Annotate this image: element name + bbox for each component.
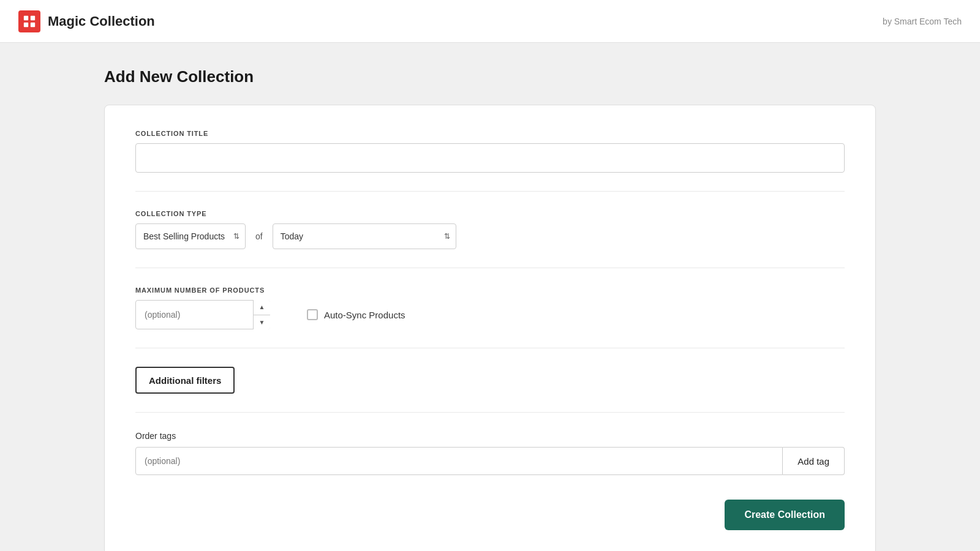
- form-card: COLLECTION TITLE COLLECTION TYPE Best Se…: [104, 105, 876, 551]
- logo-group: Magic Collection: [18, 10, 155, 32]
- time-period-select[interactable]: Today Last 7 Days Last 30 Days Last 90 D…: [273, 223, 456, 249]
- app-title: Magic Collection: [48, 13, 155, 29]
- spinner-down-button[interactable]: ▼: [254, 315, 270, 330]
- autosync-wrapper: Auto-Sync Products: [307, 309, 405, 320]
- max-products-label: MAXIMUM NUMBER OF PRODUCTS: [135, 287, 845, 294]
- of-label: of: [253, 231, 265, 241]
- order-tags-label: Order tags: [135, 431, 845, 441]
- app-header: Magic Collection by Smart Ecom Tech: [0, 0, 980, 43]
- time-period-select-wrapper: Today Last 7 Days Last 30 Days Last 90 D…: [273, 223, 456, 249]
- autosync-checkbox[interactable]: [307, 309, 318, 320]
- header-subtitle: by Smart Ecom Tech: [883, 17, 962, 26]
- max-products-row: ▲ ▼ Auto-Sync Products: [135, 300, 845, 329]
- svg-rect-2: [24, 22, 28, 26]
- collection-type-select-wrapper: Best Selling Products New Arrivals Top R…: [135, 223, 246, 249]
- spinner-up-button[interactable]: ▲: [254, 300, 270, 315]
- app-logo-icon: [18, 10, 40, 32]
- collection-title-section: COLLECTION TITLE: [135, 130, 845, 192]
- collection-type-select[interactable]: Best Selling Products New Arrivals Top R…: [135, 223, 246, 249]
- max-products-section: MAXIMUM NUMBER OF PRODUCTS ▲ ▼ Auto-Sync…: [135, 287, 845, 348]
- additional-filters-button[interactable]: Additional filters: [135, 367, 235, 394]
- collection-title-input[interactable]: [135, 143, 845, 173]
- svg-rect-1: [31, 15, 35, 20]
- collection-type-row: Best Selling Products New Arrivals Top R…: [135, 223, 845, 249]
- form-footer: Create Collection: [135, 500, 845, 530]
- order-tags-section: Order tags Add tag: [135, 431, 845, 481]
- max-products-input[interactable]: [135, 300, 270, 329]
- order-tags-input[interactable]: [135, 447, 783, 475]
- collection-type-section: COLLECTION TYPE Best Selling Products Ne…: [135, 210, 845, 268]
- main-content: Add New Collection COLLECTION TITLE COLL…: [0, 43, 980, 551]
- svg-rect-3: [31, 22, 35, 26]
- number-spinners: ▲ ▼: [253, 300, 270, 329]
- add-tag-button[interactable]: Add tag: [783, 447, 845, 475]
- collection-title-label: COLLECTION TITLE: [135, 130, 845, 137]
- number-input-wrapper: ▲ ▼: [135, 300, 270, 329]
- create-collection-button[interactable]: Create Collection: [725, 500, 845, 530]
- additional-filters-section: Additional filters: [135, 367, 845, 413]
- svg-rect-0: [24, 15, 28, 20]
- autosync-label: Auto-Sync Products: [324, 310, 405, 320]
- order-tags-row: Add tag: [135, 447, 845, 475]
- logo-svg: [23, 15, 36, 28]
- collection-type-label: COLLECTION TYPE: [135, 210, 845, 217]
- page-title: Add New Collection: [104, 67, 876, 86]
